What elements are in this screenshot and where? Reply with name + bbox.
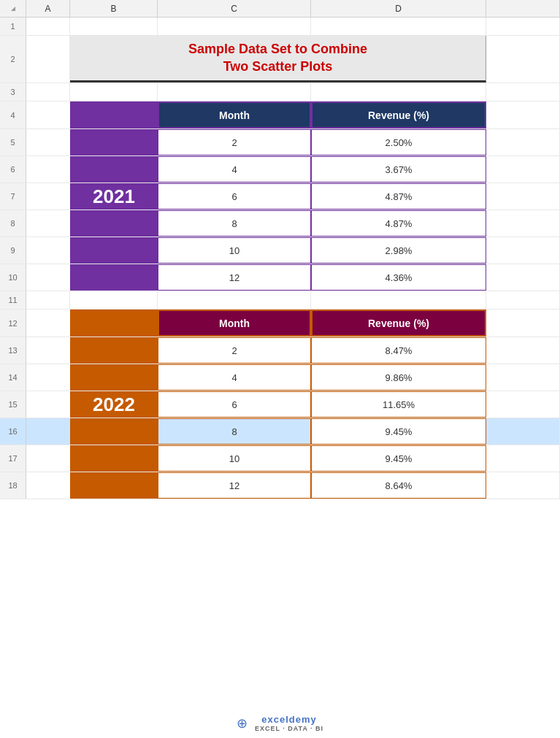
year-2021-partial-6 (70, 264, 158, 291)
grid-body: 1 2 Sample Data Set to Combine Two Scatt… (0, 18, 560, 499)
table1-row4-month: 8 (158, 210, 311, 237)
row-header-9: 9 (0, 237, 26, 264)
cell-a2[interactable] (26, 36, 70, 82)
table2-row5-month: 10 (158, 445, 311, 472)
year-2021-partial-5 (70, 237, 158, 264)
row-header-17: 17 (0, 445, 26, 472)
cell-a6[interactable] (26, 156, 70, 182)
row-header-10: 10 (0, 264, 26, 291)
year-2022-partial-6 (70, 472, 158, 499)
cell-d11[interactable] (311, 291, 486, 309)
cell-e8[interactable] (486, 210, 560, 237)
cell-a5[interactable] (26, 129, 70, 155)
row-18: 18 12 8.64% (0, 472, 560, 499)
cell-e6[interactable] (486, 156, 560, 182)
row-header-16: 16 (0, 418, 26, 445)
year-2022-partial-2 (70, 364, 158, 391)
row-13: 13 2 8.47% (0, 337, 560, 364)
cell-d1[interactable] (311, 18, 486, 35)
table2-row4-month: 8 (158, 418, 311, 445)
cell-a14[interactable] (26, 364, 70, 391)
cell-b12-year-top[interactable] (70, 310, 158, 337)
cell-e14[interactable] (486, 364, 560, 391)
cell-a1[interactable] (26, 18, 70, 35)
table2-row2-month: 4 (158, 364, 311, 391)
table1-revenue-header: Revenue (%) (311, 101, 486, 128)
cell-e3[interactable] (486, 83, 560, 101)
year-2022-partial-5 (70, 445, 158, 472)
year-2021-label: 2021 (70, 183, 158, 210)
row-header-15: 15 (0, 391, 26, 418)
cell-a3[interactable] (26, 83, 70, 101)
table2-row3-month: 6 (158, 391, 311, 418)
cell-e17[interactable] (486, 445, 560, 472)
row-11: 11 (0, 291, 560, 310)
row-header-5: 5 (0, 129, 26, 155)
table1-row3-month: 6 (158, 183, 311, 210)
footer-brand: exceldemy EXCEL · DATA · BI (255, 714, 323, 732)
cell-e12[interactable] (486, 310, 560, 337)
year-2022-partial-4 (70, 418, 158, 445)
cell-a7[interactable] (26, 183, 70, 210)
row-12: 12 Month Revenue (%) (0, 310, 560, 337)
year-2021-partial-2 (70, 156, 158, 182)
cell-e2[interactable] (486, 36, 560, 82)
cell-e4[interactable] (486, 101, 560, 128)
cell-c11[interactable] (158, 291, 311, 309)
cell-c1[interactable] (158, 18, 311, 35)
table1-row5-revenue: 2.98% (311, 237, 486, 264)
cell-a18[interactable] (26, 472, 70, 499)
row-header-12: 12 (0, 310, 26, 337)
table2-month-header: Month (158, 310, 311, 337)
cell-e16[interactable] (486, 418, 560, 445)
cell-a10[interactable] (26, 264, 70, 291)
svg-marker-0 (11, 7, 15, 11)
cell-a8[interactable] (26, 210, 70, 237)
col-header-b[interactable]: B (70, 0, 158, 17)
cell-a13[interactable] (26, 337, 70, 364)
table2-row4-revenue: 9.45% (311, 418, 486, 445)
brand-tagline: EXCEL · DATA · BI (255, 725, 323, 732)
col-header-e[interactable] (486, 0, 560, 17)
cell-a12[interactable] (26, 310, 70, 337)
col-header-c[interactable]: C (158, 0, 311, 17)
row-header-18: 18 (0, 472, 26, 499)
row-7: 7 2021 6 4.87% (0, 183, 560, 210)
cell-a15[interactable] (26, 391, 70, 418)
row-header-4: 4 (0, 101, 26, 128)
cell-a17[interactable] (26, 445, 70, 472)
cell-e7[interactable] (486, 183, 560, 210)
cell-c3[interactable] (158, 83, 311, 101)
cell-a9[interactable] (26, 237, 70, 264)
row-3: 3 (0, 83, 560, 101)
row-header-1: 1 (0, 18, 26, 35)
cell-b4-year-top[interactable] (70, 101, 158, 128)
cell-e13[interactable] (486, 337, 560, 364)
row-header-14: 14 (0, 364, 26, 391)
cell-e15[interactable] (486, 391, 560, 418)
col-header-d[interactable]: D (311, 0, 486, 17)
cell-b3[interactable] (70, 83, 158, 101)
spreadsheet: A B C D 1 2 Sample Data Set to Combine T… (0, 0, 560, 738)
cell-e5[interactable] (486, 129, 560, 155)
cell-a16[interactable] (26, 418, 70, 445)
cell-e1[interactable] (486, 18, 560, 35)
row-6: 6 4 3.67% (0, 156, 560, 183)
row-header-2: 2 (0, 36, 26, 82)
cell-d3[interactable] (311, 83, 486, 101)
cell-a4[interactable] (26, 101, 70, 128)
cell-a11[interactable] (26, 291, 70, 309)
cell-e11[interactable] (486, 291, 560, 309)
row-9: 9 10 2.98% (0, 237, 560, 264)
col-header-a[interactable]: A (26, 0, 70, 17)
cell-e18[interactable] (486, 472, 560, 499)
table2-row1-revenue: 8.47% (311, 337, 486, 364)
cell-b1[interactable] (70, 18, 158, 35)
row-header-8: 8 (0, 210, 26, 237)
row-4: 4 Month Revenue (%) (0, 101, 560, 129)
table2-row1-month: 2 (158, 337, 311, 364)
cell-e9[interactable] (486, 237, 560, 264)
row-header-6: 6 (0, 156, 26, 182)
cell-e10[interactable] (486, 264, 560, 291)
cell-b11[interactable] (70, 291, 158, 309)
